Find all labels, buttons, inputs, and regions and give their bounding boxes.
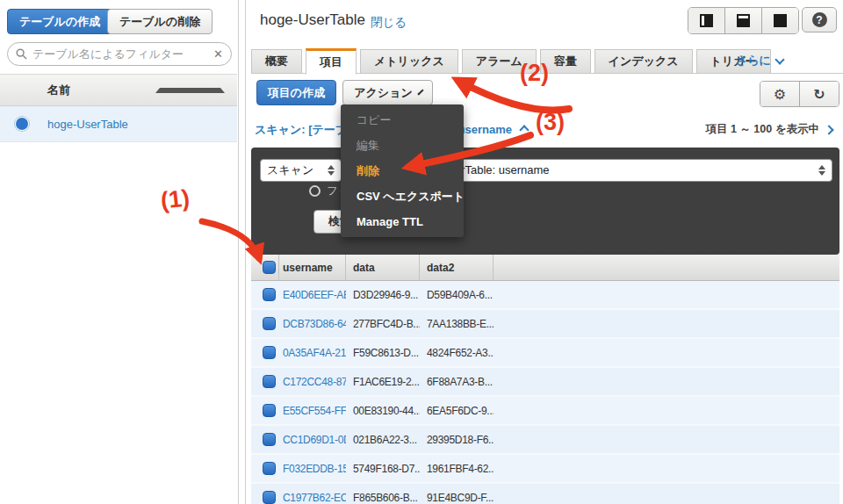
table-row[interactable]: E40D6EEF-AEE D3D29946-9... D59B409A-6... — [251, 281, 839, 310]
tab-label: メトリックス — [374, 54, 444, 68]
cell-data: F1AC6E19-2... — [346, 376, 420, 388]
scan-mode-select[interactable]: スキャン — [260, 159, 342, 182]
select-stepper-icon — [328, 165, 335, 176]
cell-data: 00E83190-44... — [346, 405, 420, 417]
menu-item-label: コピー — [357, 113, 392, 126]
table-filter-input[interactable]: テーブル名によるフィルター ✕ — [7, 42, 232, 66]
column-header-spacer — [494, 255, 839, 280]
table-row[interactable]: F032EDDB-15B 5749F168-D7... 1961FBF4-62.… — [251, 455, 839, 484]
annotation-step1-label: (1) — [159, 184, 191, 214]
menu-item[interactable]: 削除 — [341, 158, 464, 184]
table-list-name-header[interactable]: 名前 — [0, 74, 237, 106]
table-row[interactable]: DCB73D86-64D 277BFC4D-B... 7AA138BB-E... — [251, 310, 839, 339]
cell-username[interactable]: 0A35AF4A-21C — [279, 347, 346, 359]
cell-username[interactable]: E40D6EEF-AEE — [279, 289, 346, 301]
chevron-down-icon — [417, 89, 423, 95]
help-icon: ? — [812, 12, 827, 27]
layout-toggle-group — [688, 7, 799, 34]
name-header-label: 名前 — [47, 83, 108, 98]
create-table-button[interactable]: テーブルの作成 — [7, 9, 112, 34]
column-header-data[interactable]: data — [346, 255, 420, 280]
cell-data: F59C8613-D... — [346, 347, 420, 359]
row-checkbox-cell — [251, 346, 279, 359]
tab[interactable]: メトリックス — [360, 49, 458, 74]
tab-label: 概要 — [265, 54, 288, 68]
delete-table-label: テーブルの削除 — [119, 15, 200, 28]
row-checkbox[interactable] — [263, 317, 276, 330]
create-item-button[interactable]: 項目の作成 — [256, 80, 336, 105]
actions-dropdown-button[interactable]: アクション — [342, 80, 433, 105]
menu-item[interactable]: CSV へエクスポート — [341, 184, 464, 209]
table-list-row-selected[interactable]: hoge-UserTable — [0, 106, 237, 142]
cell-username[interactable]: F032EDDB-15B — [279, 463, 346, 475]
row-checkbox[interactable] — [263, 462, 276, 475]
tab[interactable]: 項目 — [306, 48, 357, 75]
tab[interactable]: アラーム — [462, 49, 537, 74]
tab-more-link[interactable]: さらに — [736, 53, 783, 68]
refresh-icon: ↻ — [813, 86, 825, 103]
table-row[interactable]: E55CF554-FF2 00E83190-44... 6EA5F6DC-9..… — [251, 397, 839, 426]
help-button[interactable]: ? — [802, 7, 837, 32]
cell-data2: 29395D18-F6... — [420, 434, 494, 446]
cell-data: 277BFC4D-B... — [346, 318, 420, 330]
row-checkbox[interactable] — [263, 375, 276, 388]
layout-split-vertical-button[interactable] — [688, 8, 725, 33]
clear-filter-icon[interactable]: ✕ — [213, 47, 223, 61]
table-row[interactable]: C172CC48-87B F1AC6E19-2... 6F88A7A3-B... — [251, 368, 839, 397]
cell-data2: 7AA138BB-E... — [420, 318, 494, 330]
tab-label: 容量 — [554, 54, 577, 68]
row-checkbox[interactable] — [263, 491, 276, 504]
settings-button[interactable]: ⚙ — [760, 82, 800, 106]
more-label: さらに — [736, 53, 771, 68]
menu-item-label: 削除 — [357, 164, 379, 177]
row-checkbox[interactable] — [263, 404, 276, 417]
tab[interactable]: インデックス — [594, 49, 693, 74]
actions-label: アクション — [354, 81, 413, 104]
layout-split-horizontal-button[interactable] — [725, 8, 762, 33]
cell-username[interactable]: C172CC48-87B — [279, 376, 346, 388]
chevron-right-icon — [824, 125, 833, 134]
pane-divider[interactable] — [238, 0, 246, 504]
table-row[interactable]: CC1D69D1-0D8 021B6A22-3... 29395D18-F6..… — [251, 426, 839, 455]
row-checkbox-cell — [251, 317, 279, 330]
cell-username[interactable]: E55CF554-FF2 — [279, 405, 346, 417]
cell-data2: 1961FBF4-62... — [420, 463, 494, 475]
tab[interactable]: 概要 — [251, 49, 302, 74]
arrow-to-actions — [458, 81, 569, 110]
items-table-header: username data data2 — [251, 255, 839, 281]
menu-item[interactable]: Manage TTL — [341, 209, 464, 234]
cell-username[interactable]: DCB73D86-64D — [279, 318, 346, 330]
table-name-link[interactable]: hoge-UserTable — [47, 118, 128, 131]
layout-full-button[interactable] — [762, 8, 798, 33]
delete-table-button[interactable]: テーブルの削除 — [107, 9, 213, 34]
cell-username[interactable]: CC1D69D1-0D8 — [279, 434, 346, 446]
cell-data2: 91E4BC9D-F... — [420, 492, 494, 504]
refresh-button[interactable]: ↻ — [800, 82, 839, 106]
radio-selected-icon[interactable] — [16, 118, 28, 130]
menu-item[interactable]: コピー — [341, 107, 464, 133]
column-header-username[interactable]: username — [279, 255, 346, 280]
row-checkbox[interactable] — [263, 433, 276, 446]
row-checkbox-cell — [251, 491, 279, 504]
cell-data: D3D29946-9... — [346, 289, 420, 301]
tab[interactable]: 容量 — [540, 49, 591, 74]
menu-item-label: 編集 — [357, 139, 379, 152]
menu-item[interactable]: 編集 — [341, 133, 464, 158]
select-all-checkbox[interactable] — [263, 261, 276, 274]
row-checkbox-cell — [251, 404, 279, 417]
row-checkbox-cell — [251, 375, 279, 388]
pagination[interactable]: 項目 1 ～ 100 を表示中 — [706, 122, 833, 137]
row-checkbox[interactable] — [263, 288, 276, 301]
table-row[interactable]: C1977B62-ECF F865B606-B... 91E4BC9D-F... — [251, 484, 839, 504]
close-link[interactable]: 閉じる — [371, 15, 407, 31]
select-all-cell — [251, 255, 279, 280]
row-checkbox[interactable] — [263, 346, 276, 359]
pane-bottom-icon — [737, 14, 750, 27]
table-row[interactable]: 0A35AF4A-21C F59C8613-D... 4824F652-A3..… — [251, 339, 839, 368]
tab-label: インデックス — [609, 54, 679, 68]
dynamodb-console: テーブルの作成 テーブルの削除 テーブル名によるフィルター ✕ 名前 hoge-… — [0, 0, 843, 504]
create-item-label: 項目の作成 — [268, 86, 325, 99]
column-header-data2[interactable]: data2 — [420, 255, 494, 280]
cell-username[interactable]: C1977B62-ECF — [279, 492, 346, 504]
cell-data2: D59B409A-6... — [420, 289, 494, 301]
